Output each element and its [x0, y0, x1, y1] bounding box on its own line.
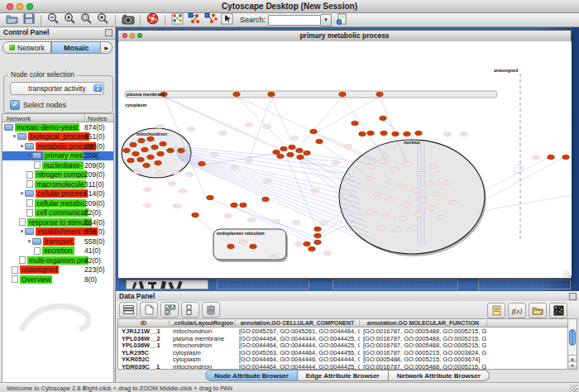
tree-row-response-to-stimulu[interactable]: response to stimulu264(0) [2, 218, 113, 227]
region-label-er: endoplasmic reticulum [217, 231, 265, 236]
tree-row-cellular-metabo[interactable]: cellular metabo209(0) [2, 198, 113, 208]
background-window-fragment[interactable] [217, 280, 309, 289]
table-row[interactable]: YPL036W__1mitochondrion[GO:0044464, GO:0… [118, 342, 568, 349]
expand-triangle-icon[interactable]: ▼ [26, 239, 32, 244]
tab-node-attribute-browser[interactable]: Node Attribute Browser [205, 370, 298, 381]
scrollbar-thumb[interactable] [569, 329, 576, 346]
tree-label: unassigned [20, 265, 59, 274]
tab-edge-attribute-browser[interactable]: Edge Attribute Browser [298, 370, 389, 381]
select-attributes-button[interactable] [160, 302, 179, 318]
table-row[interactable]: YLR295Ccytoplasm[GO:0045263, GO:0044464,… [118, 349, 568, 356]
background-window-fragment[interactable] [126, 280, 208, 289]
tree-row-cell-communicat[interactable]: cell communicat22(0) [2, 208, 113, 218]
zoom-in-button[interactable] [63, 14, 77, 26]
tree-row-cellular-process[interactable]: ▼cellular process614(0) [2, 189, 113, 199]
table-row[interactable]: YDR039C__1mitochondrion[GO:0044464, GO:0… [118, 363, 568, 370]
tree-row-macromolecule[interactable]: macromolecule311(0) [2, 179, 113, 189]
expand-triangle-icon[interactable]: ▼ [26, 153, 32, 158]
open-file-button[interactable] [5, 14, 19, 26]
tree-row-secretion[interactable]: secretion41(0) [2, 246, 113, 256]
status-welcome: Welcome to Cytoscape 2.8.1 [7, 385, 86, 392]
scroll-down-icon[interactable]: ▼ [568, 361, 577, 369]
selected-gene-node [304, 241, 310, 246]
tree-row-biological-process[interactable]: ▼biological_process651(0) [2, 132, 113, 142]
attribute-table-header[interactable]: ID_cellularLayoutRegionannotation.GO CEL… [117, 318, 569, 327]
create-network-button[interactable] [170, 14, 184, 26]
tree-row-unassigned[interactable]: unassigned223(0) [2, 265, 113, 275]
select-nodes-checkbox[interactable]: ✓ [10, 100, 20, 110]
selected-gene-node [314, 227, 321, 231]
table-scrollbar[interactable]: ▲ ▼ [567, 318, 577, 370]
function-builder-button[interactable]: f(x) [508, 303, 526, 318]
snapshot-button[interactable] [121, 14, 135, 26]
attribute-columns-button[interactable] [119, 302, 137, 318]
table-row[interactable]: YJR121W__1mitochondrion[GO:0045267, GO:0… [118, 327, 568, 335]
window-resize-grip[interactable] [563, 270, 570, 277]
table-row[interactable]: YPL036W__2plasma membrane[GO:0044464, GO… [118, 335, 568, 342]
expand-triangle-icon[interactable]: ▼ [19, 229, 25, 234]
expand-triangle-icon[interactable]: ▼ [19, 144, 25, 149]
import-attributes-button[interactable] [487, 303, 505, 318]
background-window-fragment[interactable] [333, 280, 458, 289]
zoom-selected-button[interactable] [96, 14, 110, 26]
network-window-titlebar[interactable]: primary metabolic process [118, 31, 571, 42]
attribute-matrix-button[interactable] [549, 303, 567, 318]
apply-layout-icon-1[interactable] [187, 14, 201, 26]
zoom-out-button[interactable] [46, 14, 60, 26]
open-folder-icon [6, 13, 18, 26]
table-column-header[interactable]: _cellularLayoutRegion [170, 320, 236, 327]
delete-attribute-button[interactable] [202, 302, 220, 318]
expand-triangle-icon[interactable]: ▼ [19, 191, 25, 196]
selected-gene-node [367, 131, 374, 135]
save-session-button[interactable] [22, 14, 36, 26]
tree-label: nitrogen compo [35, 170, 87, 179]
network-tree-header[interactable]: Network Nodes [2, 113, 114, 122]
table-column-header[interactable]: annotation.GO CELLULAR_COMPONENT [236, 320, 360, 327]
float-panel-icon[interactable] [105, 29, 112, 36]
table-row[interactable]: YKR052Ccytoplasm[GO:0044464, GO:0044446,… [118, 356, 568, 363]
selected-gene-node [310, 129, 317, 133]
node-color-dropdown[interactable]: transporter activity ▲▼ [10, 82, 104, 95]
selected-gene-node [297, 155, 304, 159]
tree-row-mosaic-demo-yeast[interactable]: mosaic-demo-yeast874(0) [2, 122, 113, 132]
window-titlebar[interactable]: Cytoscape Desktop (New Session) [0, 0, 579, 13]
apply-layout-icon-2[interactable] [203, 14, 218, 26]
tree-row-nucleobase-[interactable]: nucleobase-209(0) [2, 160, 113, 170]
tree-row-multi-organism-pro[interactable]: multi-organism pro42(0) [2, 256, 113, 265]
tab-overflow-arrow[interactable]: ▶ [101, 41, 112, 54]
search-input[interactable] [268, 15, 321, 26]
zoom-fit-button[interactable] [79, 14, 93, 26]
float-panel-icon[interactable] [569, 293, 577, 300]
import-session-button[interactable] [334, 14, 348, 26]
edge [300, 155, 355, 178]
unselect-attributes-button[interactable] [181, 302, 199, 318]
nucleus-region [339, 140, 485, 254]
new-attribute-button[interactable] [140, 302, 158, 318]
expand-triangle-icon[interactable]: ▼ [12, 134, 17, 139]
tree-row-establishment-of-lo[interactable]: ▼establishment of lo558(0) [2, 227, 113, 237]
tree-row-transport[interactable]: ▼transport558(0) [2, 237, 113, 246]
status-pan-hint: Middle-click + drag to PAN [160, 385, 232, 392]
control-panel-header[interactable]: Control Panel [0, 27, 115, 40]
table-column-header[interactable]: ID [118, 320, 170, 327]
select-attributes-icon [165, 304, 175, 315]
load-attributes-button[interactable] [529, 303, 547, 318]
tree-row-nitrogen-compo[interactable]: nitrogen compo209(0) [2, 170, 113, 180]
tab-mosaic[interactable]: Mosaic [51, 41, 101, 54]
search-dropdown-arrow-icon[interactable]: ▼ [321, 14, 332, 26]
window-resize-grip[interactable] [570, 385, 577, 392]
tree-row-primary-metabo[interactable]: ▼primary metabo209(... [2, 151, 113, 161]
help-button[interactable] [146, 14, 160, 26]
annotation-button[interactable] [220, 14, 234, 26]
tab-network[interactable]: Network [2, 41, 51, 54]
tab-network-attribute-browser[interactable]: Network Attribute Browser [389, 370, 490, 381]
selected-gene-node [548, 155, 554, 159]
tree-row-metabolic-process[interactable]: ▼metabolic process280(0) [2, 141, 113, 151]
tree-label: mosaic-demo-yeast [15, 123, 79, 131]
self-loop-edge [514, 165, 523, 173]
network-canvas[interactable]: plasma membranecytoplasmmitochondrionnuc… [119, 41, 572, 276]
tree-row-overview[interactable]: Overview8(0) [2, 275, 113, 284]
table-column-header[interactable]: annotation.GO MOLECULAR_FUNCTION [360, 320, 487, 327]
background-window-fragment[interactable] [478, 280, 571, 289]
selected-gene-node [207, 195, 213, 199]
